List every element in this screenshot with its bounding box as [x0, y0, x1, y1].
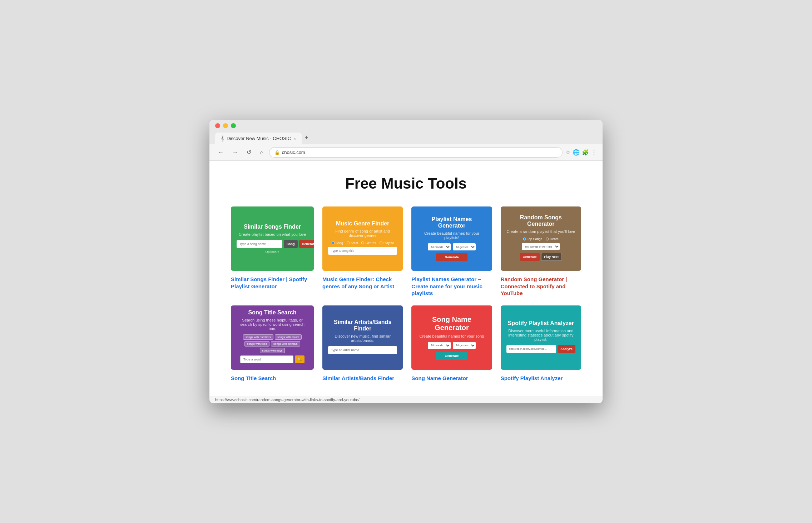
card-title-similar-artists: Similar Artists/Bands Finder: [328, 319, 397, 332]
card-subtitle-similar-songs: Create playlist based on what you love: [239, 232, 306, 236]
tab-close-button[interactable]: ×: [294, 136, 296, 141]
random-songs-radios: Top Songs Genre: [523, 237, 559, 241]
forward-button[interactable]: →: [229, 148, 241, 157]
refresh-button[interactable]: ↺: [244, 148, 254, 157]
card-subtitle-similar-artists: Discover new music, find similar artists…: [328, 334, 397, 343]
random-generate-button[interactable]: Generate: [520, 253, 540, 261]
back-button[interactable]: ←: [215, 148, 227, 157]
tool-card-random-songs: Random Songs Generator Create a random p…: [501, 206, 581, 271]
song-name-link[interactable]: Song Name Generator: [411, 375, 492, 382]
traffic-lights: [215, 123, 597, 128]
play-next-button[interactable]: Play Next: [541, 253, 562, 261]
tool-item-similar-songs[interactable]: Similar Songs Finder Create playlist bas…: [231, 206, 314, 297]
card-title-playlist-names: Playlist Names Generator: [417, 216, 486, 229]
song-name-generate-button[interactable]: Generate: [436, 352, 467, 360]
tool-card-spotify-analyzer: Spotify Playlist Analyzer Discover more …: [501, 305, 581, 370]
nav-actions: ☆ 🌐 🧩 ⋮: [565, 149, 597, 156]
tool-item-random-songs[interactable]: Random Songs Generator Create a random p…: [501, 206, 581, 297]
music-genre-input[interactable]: [328, 247, 397, 255]
similar-artists-input[interactable]: [328, 346, 397, 354]
tab-favicon: 𝄞: [221, 135, 224, 141]
page-content: Free Music Tools Similar Songs Finder Cr…: [209, 161, 603, 396]
radio-top-songs: Top Songs: [523, 237, 543, 241]
similar-songs-input-row: Song Generate: [237, 240, 308, 248]
bookmark-icon[interactable]: ☆: [565, 149, 570, 156]
playlist-names-selects: All moods All genres: [428, 243, 476, 250]
tag-days[interactable]: songs with days: [260, 348, 285, 353]
card-subtitle-playlist-names: Create beautiful names for your playlist…: [417, 231, 486, 240]
song-name-moods-select[interactable]: All moods: [428, 342, 451, 349]
song-title-link[interactable]: Song Title Search: [231, 375, 314, 382]
spotify-analyzer-input-row: Analyze: [506, 345, 575, 353]
title-bar: 𝄞 Discover New Music - CHOSIC × +: [209, 120, 603, 144]
card-subtitle-song-name: Create beautiful names for your song: [419, 334, 484, 338]
playlist-genres-select[interactable]: All genres: [453, 243, 476, 250]
home-button[interactable]: ⌂: [257, 148, 266, 157]
tool-card-music-genre: Music Genre Finder Find genre of song or…: [322, 206, 403, 271]
tool-card-similar-songs: Similar Songs Finder Create playlist bas…: [231, 206, 314, 271]
random-songs-buttons: Generate Play Next: [512, 253, 569, 261]
status-url: https://www.chosic.com/random-songs-gene…: [215, 398, 360, 402]
tag-animals[interactable]: songs with animals: [271, 341, 300, 347]
song-button[interactable]: Song: [284, 240, 298, 248]
random-songs-link[interactable]: Random Song Generator | Connected to Spo…: [501, 276, 581, 297]
tool-item-song-title[interactable]: Song Title Search Search using these hel…: [231, 305, 314, 382]
playlist-generate-button[interactable]: Generate: [436, 253, 467, 261]
tool-item-song-name[interactable]: Song Name Generator Create beautiful nam…: [411, 305, 492, 382]
translate-icon[interactable]: 🌐: [573, 149, 580, 156]
song-title-input[interactable]: [240, 355, 293, 363]
similar-artists-input-row: [328, 346, 397, 354]
playlist-names-link[interactable]: Playlist Names Generator – Create name f…: [411, 276, 492, 297]
generate-button[interactable]: Generate: [299, 240, 314, 248]
spotify-analyzer-link[interactable]: Spotify Playlist Analyzer: [501, 375, 581, 382]
address-bar[interactable]: 🔒 chosic.com: [269, 147, 563, 158]
song-name-genres-select[interactable]: All genres: [453, 342, 476, 349]
card-title-music-genre: Music Genre Finder: [336, 220, 389, 227]
card-title-song-name: Song Name Generator: [417, 315, 486, 332]
music-genre-radios: Song Artist Genres Playlist: [332, 241, 394, 245]
music-genre-input-row: [328, 247, 397, 255]
song-title-input-row: 🔍: [240, 355, 304, 363]
card-title-spotify-analyzer: Spotify Playlist Analyzer: [508, 320, 574, 327]
maximize-button[interactable]: [231, 123, 236, 128]
tool-item-playlist-names[interactable]: Playlist Names Generator Create beautifu…: [411, 206, 492, 297]
active-tab[interactable]: 𝄞 Discover New Music - CHOSIC ×: [215, 133, 302, 144]
extension-icon[interactable]: 🧩: [582, 149, 589, 156]
tool-item-similar-artists[interactable]: Similar Artists/Bands Finder Discover ne…: [322, 305, 403, 382]
radio-genre: Genre: [546, 237, 559, 241]
music-genre-link[interactable]: Music Genre Finder: Check genres of any …: [322, 276, 403, 290]
options-label: Options +: [266, 250, 279, 254]
random-songs-select[interactable]: Top Songs of All Time: [522, 243, 560, 250]
new-tab-button[interactable]: +: [302, 131, 311, 144]
card-subtitle-random-songs: Create a random playlist that you'll lov…: [507, 229, 575, 234]
page-title: Free Music Tools: [231, 175, 581, 192]
similar-songs-link[interactable]: Similar Songs Finder | Spotify Playlist …: [231, 276, 314, 290]
lock-icon: 🔒: [274, 150, 280, 155]
card-subtitle-song-title: Search using these helpful tags, or sear…: [237, 318, 308, 331]
tool-item-music-genre[interactable]: Music Genre Finder Find genre of song or…: [322, 206, 403, 297]
card-title-random-songs: Random Songs Generator: [506, 214, 575, 227]
tag-numbers[interactable]: songs with numbers: [243, 334, 273, 340]
spotify-analyzer-input[interactable]: [506, 345, 556, 353]
song-name-selects: All moods All genres: [428, 342, 476, 349]
tool-card-song-name: Song Name Generator Create beautiful nam…: [411, 305, 492, 370]
close-button[interactable]: [215, 123, 220, 128]
similar-artists-link[interactable]: Similar Artists/Bands Finder: [322, 375, 403, 382]
tool-card-playlist-names: Playlist Names Generator Create beautifu…: [411, 206, 492, 271]
spotify-analyze-button[interactable]: Analyze: [558, 345, 575, 353]
radio-playlist: Playlist: [380, 241, 394, 245]
card-subtitle-spotify-analyzer: Discover more useful information and int…: [506, 329, 575, 342]
playlist-moods-select[interactable]: All moods: [428, 243, 451, 250]
more-options-icon[interactable]: ⋮: [591, 149, 597, 156]
minimize-button[interactable]: [223, 123, 228, 128]
tool-card-similar-artists: Similar Artists/Bands Finder Discover ne…: [322, 305, 403, 370]
random-songs-select-row: Top Songs of All Time: [522, 243, 560, 250]
url-text: chosic.com: [282, 150, 305, 155]
similar-songs-input[interactable]: [237, 240, 282, 248]
song-title-tags: songs with numbers songs with colors son…: [237, 334, 308, 353]
tool-card-song-title: Song Title Search Search using these hel…: [231, 305, 314, 370]
tag-colors[interactable]: songs with colors: [275, 334, 302, 340]
song-title-search-button[interactable]: 🔍: [295, 355, 304, 363]
tool-item-spotify-analyzer[interactable]: Spotify Playlist Analyzer Discover more …: [501, 305, 581, 382]
tag-food[interactable]: songs with food: [244, 341, 269, 347]
